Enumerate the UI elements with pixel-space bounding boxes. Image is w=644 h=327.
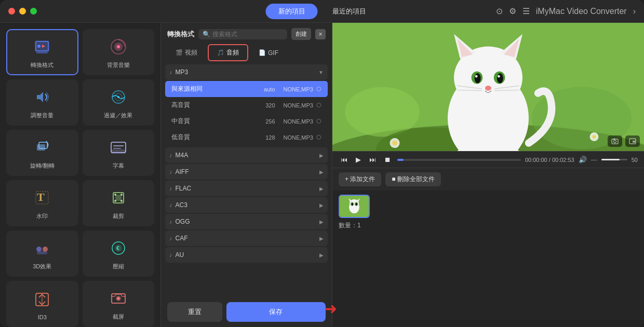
volume-bar[interactable] <box>601 159 627 160</box>
svg-rect-13 <box>113 145 124 146</box>
skip-back-button[interactable]: ⏮ <box>339 155 350 165</box>
svg-point-76 <box>356 203 357 206</box>
sidebar-item-screenshot[interactable]: 截屏 <box>83 281 155 327</box>
tab-gif[interactable]: 📄 GIF <box>250 44 287 61</box>
group-header-flac[interactable]: ♪ FLAC ▶ <box>165 181 328 196</box>
add-file-button[interactable]: + 添加文件 <box>339 172 381 186</box>
sidebar-label-compress: 壓縮 <box>113 263 124 270</box>
group-header-mp3[interactable]: ♪ MP3 ▼ <box>165 64 328 80</box>
convert-format-icon <box>31 35 53 58</box>
close-button[interactable]: × <box>315 29 326 39</box>
file-list-area: 數量：1 <box>332 190 644 327</box>
volume-dash: — <box>591 156 597 164</box>
stop-button[interactable]: ⏹ <box>382 155 393 165</box>
au-group-icon: ♪ <box>169 252 172 258</box>
filter-effect-icon <box>107 86 130 108</box>
main-layout: 轉換格式 背景音樂 調整音量 <box>0 23 644 327</box>
search-input[interactable] <box>212 31 283 38</box>
snapshot-button[interactable] <box>608 135 622 147</box>
row-link-icon-4: ⬡ <box>316 134 321 141</box>
create-button[interactable]: 創建 <box>291 28 311 40</box>
sidebar-item-subtitle[interactable]: 字幕 <box>83 130 155 176</box>
play-button[interactable]: ▶ <box>354 155 363 165</box>
row-link-icon-2: ⬡ <box>316 102 321 108</box>
close-traffic-light[interactable] <box>8 8 15 15</box>
svg-point-34 <box>117 297 119 300</box>
sidebar-item-bg-music[interactable]: 背景音樂 <box>83 29 155 75</box>
preview-icons <box>608 135 640 147</box>
format-row-same-as-source[interactable]: 與來源相同 auto NONE,MP3 ⬡ <box>165 81 328 97</box>
format-row-high-quality[interactable]: 高音質 320 NONE,MP3 ⬡ <box>165 97 328 113</box>
watermark-icon: T <box>31 186 53 209</box>
titlebar-right: ⊙ ⚙ ☰ iMyMac Video Converter › <box>496 6 636 16</box>
sidebar-item-id3[interactable]: ID3 <box>6 281 78 327</box>
sidebar-label-crop: 裁剪 <box>113 212 124 220</box>
svg-rect-26 <box>37 251 47 254</box>
sidebar-item-rotate-flip[interactable]: 旋轉/翻轉 <box>6 130 78 176</box>
group-header-au[interactable]: ♪ AU ▶ <box>165 247 328 263</box>
sidebar-item-crop[interactable]: 裁剪 <box>83 180 155 226</box>
group-header-ogg[interactable]: ♪ OGG ▶ <box>165 214 328 229</box>
sidebar-item-filter-effect[interactable]: 過濾／效果 <box>83 79 155 126</box>
pip-button[interactable] <box>625 135 640 147</box>
skip-forward-button[interactable]: ⏭ <box>367 155 378 165</box>
group-header-ac3[interactable]: ♪ AC3 ▶ <box>165 197 328 213</box>
ac3-chevron-icon: ▶ <box>319 202 324 208</box>
sidebar-item-convert-format[interactable]: 轉換格式 <box>6 29 78 75</box>
sidebar-item-adjust-volume[interactable]: 調整音量 <box>6 79 78 126</box>
tab-video[interactable]: 🎬 視頻 <box>167 44 206 61</box>
svg-point-52 <box>485 86 491 91</box>
aiff-group-icon: ♪ <box>169 169 172 175</box>
sidebar-item-watermark[interactable]: T 水印 <box>6 180 78 226</box>
svg-point-60 <box>392 141 397 146</box>
sidebar-label-id3: ID3 <box>38 314 47 320</box>
menu-icon[interactable]: ☰ <box>522 6 530 16</box>
tab-bar: 新的項目 最近的項目 <box>266 4 379 19</box>
svg-point-51 <box>498 75 500 78</box>
gear-icon[interactable]: ⚙ <box>509 6 516 16</box>
file-thumbnail[interactable] <box>339 195 370 218</box>
compress-icon: € <box>107 237 130 260</box>
group-header-caf[interactable]: ♪ CAF ▶ <box>165 230 328 246</box>
app-arrow-icon: › <box>633 7 636 16</box>
account-icon[interactable]: ⊙ <box>496 6 503 16</box>
save-button[interactable]: 保存 <box>226 302 326 322</box>
sidebar-label-convert-format: 轉換格式 <box>31 61 53 69</box>
sidebar-label-bg-music: 背景音樂 <box>107 61 130 69</box>
sidebar-label-3d-effect: 3D效果 <box>33 263 51 270</box>
tab-new-project[interactable]: 新的項目 <box>266 4 318 19</box>
volume-icon: 🔊 <box>579 156 587 164</box>
volume-number: 50 <box>632 157 638 163</box>
svg-rect-67 <box>633 141 635 143</box>
sidebar-item-3d-effect[interactable]: 3D效果 <box>6 230 78 277</box>
minimize-traffic-light[interactable] <box>19 8 26 15</box>
svg-rect-15 <box>111 149 126 154</box>
svg-point-75 <box>352 203 353 206</box>
format-row-low-quality[interactable]: 低音質 128 NONE,MP3 ⬡ <box>165 129 328 145</box>
format-panel: 轉換格式 🔍 創建 × 🎬 視頻 🎵 音頻 📄 GIF <box>161 23 332 327</box>
sidebar-item-compress[interactable]: € 壓縮 <box>83 230 155 277</box>
group-header-m4a[interactable]: ♪ M4A ▶ <box>165 147 328 163</box>
sidebar-label-watermark: 水印 <box>36 212 48 220</box>
progress-bar[interactable] <box>397 159 521 161</box>
svg-rect-19 <box>115 195 122 201</box>
search-icon: 🔍 <box>203 31 210 38</box>
mp3-rows: 與來源相同 auto NONE,MP3 ⬡ 高音質 320 NONE,MP3 ⬡… <box>165 81 328 145</box>
group-header-aiff[interactable]: ♪ AIFF ▶ <box>165 164 328 180</box>
progress-fill <box>397 159 404 161</box>
sidebar-label-adjust-volume: 調整音量 <box>31 112 53 119</box>
tab-recent-project[interactable]: 最近的項目 <box>320 4 379 19</box>
sidebar-label-rotate-flip: 旋轉/翻轉 <box>30 162 55 170</box>
maximize-traffic-light[interactable] <box>30 8 37 15</box>
app-title: iMyMac Video Converter <box>536 7 627 16</box>
delete-all-button[interactable]: ■ 刪除全部文件 <box>385 172 441 186</box>
reset-button[interactable]: 重置 <box>167 302 222 322</box>
svg-point-64 <box>614 140 616 143</box>
traffic-lights <box>8 8 37 15</box>
format-row-mid-quality[interactable]: 中音質 256 NONE,MP3 ⬡ <box>165 113 328 129</box>
thumbnail-preview <box>340 196 369 217</box>
tab-audio[interactable]: 🎵 音頻 <box>208 44 248 61</box>
ac3-group-icon: ♪ <box>169 202 172 208</box>
svg-point-24 <box>36 247 42 252</box>
crop-icon <box>107 186 130 209</box>
